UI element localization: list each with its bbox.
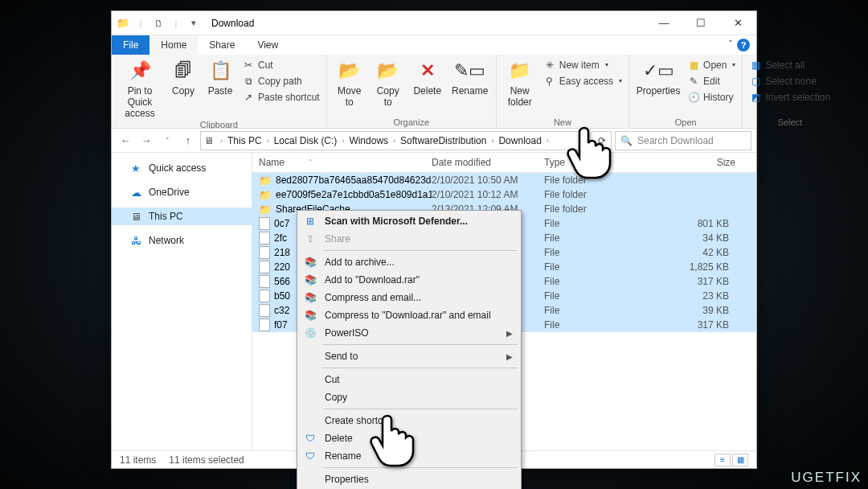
cut-button[interactable]: ✂Cut [240, 58, 321, 72]
crumb-download[interactable]: Download [497, 135, 542, 146]
history-button[interactable]: 🕘History [686, 90, 737, 105]
star-icon: ★ [129, 162, 142, 175]
ctx-compress-rar-email[interactable]: 📚Compress to "Download.rar" and email [299, 306, 519, 324]
easy-access-button[interactable]: ⚲Easy access▾ [542, 74, 624, 88]
ctx-create-shortcut[interactable]: Create shortcut [299, 412, 519, 429]
pin-to-quick-access-button[interactable]: 📌Pin to Quick access [117, 56, 163, 119]
file-type: File [544, 261, 624, 273]
col-date[interactable]: Date modified [425, 153, 538, 172]
edit-button[interactable]: ✎Edit [686, 74, 737, 88]
maximize-button[interactable]: ☐ [682, 11, 719, 35]
open-dropdown-button[interactable]: ▦Open▾ [686, 58, 737, 72]
tab-home[interactable]: Home [149, 35, 198, 55]
status-selected-count: 11 items selected [169, 454, 244, 466]
help-icon[interactable]: ? [737, 39, 750, 51]
move-to-button[interactable]: 📂Move to [332, 56, 367, 108]
file-size: 317 KB [624, 319, 750, 331]
qat-dropdown[interactable]: ▾ [186, 15, 202, 31]
file-icon [259, 261, 270, 273]
tab-view[interactable]: View [246, 35, 289, 55]
ribbon-tabs: File Home Share View ˆ ? [112, 35, 756, 55]
ctx-delete[interactable]: 🛡Delete [299, 429, 519, 447]
qat-divider: | [133, 15, 149, 31]
ctx-scan-defender[interactable]: ⊞Scan with Microsoft Defender... [299, 212, 519, 230]
ribbon: 📌Pin to Quick access 🗐Copy 📋Paste ✂Cut ⧉… [112, 55, 756, 129]
view-large-button[interactable]: ▦ [732, 454, 748, 466]
back-button[interactable]: ← [117, 132, 134, 150]
col-type[interactable]: Type [538, 153, 618, 172]
rename-button[interactable]: ✎▭Rename [449, 56, 491, 97]
delete-button[interactable]: ✕Delete [409, 56, 446, 97]
file-name: 2fc [274, 232, 287, 244]
address-dropdown-icon[interactable]: ˅ [578, 137, 585, 145]
new-item-button[interactable]: ✳New item▾ [542, 58, 624, 72]
file-type: File [544, 247, 624, 258]
paste-button[interactable]: 📋Paste [203, 56, 237, 97]
file-name: c32 [274, 305, 289, 316]
crumb-local-disk[interactable]: Local Disk (C:) [272, 135, 339, 146]
nav-quick-access[interactable]: ★Quick access [112, 159, 252, 177]
invert-selection-button[interactable]: ◩Invert selection [747, 90, 832, 105]
view-details-button[interactable]: ≡ [714, 454, 731, 466]
select-none-button[interactable]: ▢Select none [747, 74, 832, 88]
file-row[interactable]: 📁8ed28077ba76465aa85470d84623d4472/10/20… [252, 173, 756, 187]
crumb-softwaredistribution[interactable]: SoftwareDistribution [399, 135, 488, 146]
file-size: 39 KB [624, 305, 750, 316]
copy-to-button[interactable]: 📂Copy to [371, 56, 406, 108]
open-icon: ▦ [687, 59, 700, 72]
ctx-add-rar[interactable]: 📚Add to "Download.rar" [299, 271, 519, 289]
ctx-copy[interactable]: Copy [299, 388, 519, 406]
up-button[interactable]: ↑ [179, 132, 197, 150]
file-name: 0c7 [274, 218, 289, 229]
ctx-properties[interactable]: Properties [299, 471, 519, 488]
history-icon: 🕘 [687, 91, 700, 104]
breadcrumb[interactable]: 🖥 › This PC› Local Disk (C:)› Windows› S… [200, 131, 589, 150]
ctx-poweriso[interactable]: 💿PowerISO▶ [299, 324, 519, 342]
col-size[interactable]: Size [618, 153, 756, 172]
shield-icon: 🛡 [302, 450, 318, 462]
ctx-cut[interactable]: Cut [299, 371, 519, 388]
address-bar-row: ← → ˅ ↑ 🖥 › This PC› Local Disk (C:)› Wi… [112, 129, 756, 153]
file-icon [259, 246, 270, 259]
paste-shortcut-button[interactable]: ↗Paste shortcut [240, 90, 321, 105]
shield-icon: ⊞ [302, 215, 318, 228]
copy-button[interactable]: 🗐Copy [166, 56, 200, 97]
copy-path-button[interactable]: ⧉Copy path [240, 74, 321, 88]
file-name: ee7009f5e2a7e1cbbd0a51e809d1a190 [276, 189, 432, 200]
nav-this-pc[interactable]: 🖥This PC [112, 208, 252, 225]
file-type: File folder [544, 189, 624, 200]
ribbon-collapse-icon[interactable]: ˆ [729, 39, 732, 51]
file-type: File [544, 232, 624, 244]
ctx-rename[interactable]: 🛡Rename [299, 447, 519, 465]
minimize-button[interactable]: — [645, 11, 682, 35]
file-size: 34 KB [624, 232, 750, 244]
nav-onedrive[interactable]: ☁OneDrive [112, 183, 252, 201]
file-type: File [544, 305, 624, 316]
select-all-button[interactable]: ▦Select all [747, 58, 832, 72]
archive-icon: 📚 [302, 256, 318, 269]
title-bar: | 🗋 | ▾ Download — ☐ ✕ [112, 11, 756, 35]
properties-button[interactable]: ✓▭Properties [634, 56, 682, 97]
chevron-right-icon: ▶ [506, 352, 513, 361]
properties-icon: ✓▭ [645, 58, 671, 84]
new-folder-button[interactable]: 📁New folder [502, 56, 538, 108]
ctx-add-archive[interactable]: 📚Add to archive... [299, 253, 519, 271]
ctx-compress-email[interactable]: 📚Compress and email... [299, 289, 519, 306]
copy-path-icon: ⧉ [242, 75, 255, 88]
tab-file[interactable]: File [112, 35, 149, 55]
crumb-this-pc[interactable]: This PC [226, 135, 264, 146]
ctx-send-to[interactable]: Send to▶ [299, 347, 519, 365]
tab-share[interactable]: Share [198, 35, 246, 55]
col-name[interactable]: Name˄ [252, 153, 425, 172]
refresh-button[interactable]: ⟳ [592, 131, 612, 150]
forward-button[interactable]: → [137, 132, 155, 150]
qat-item[interactable]: 🗋 [150, 15, 166, 31]
recent-locations-button[interactable]: ˅ [158, 132, 176, 150]
crumb-windows[interactable]: Windows [347, 135, 390, 146]
file-date: 2/10/2021 10:50 AM [432, 175, 544, 186]
search-input[interactable]: 🔍 Search Download [615, 131, 751, 150]
close-button[interactable]: ✕ [719, 11, 756, 35]
archive-icon: 📚 [302, 291, 318, 304]
nav-network[interactable]: 🖧Network [112, 232, 252, 249]
file-row[interactable]: 📁ee7009f5e2a7e1cbbd0a51e809d1a1902/10/20… [252, 187, 756, 202]
